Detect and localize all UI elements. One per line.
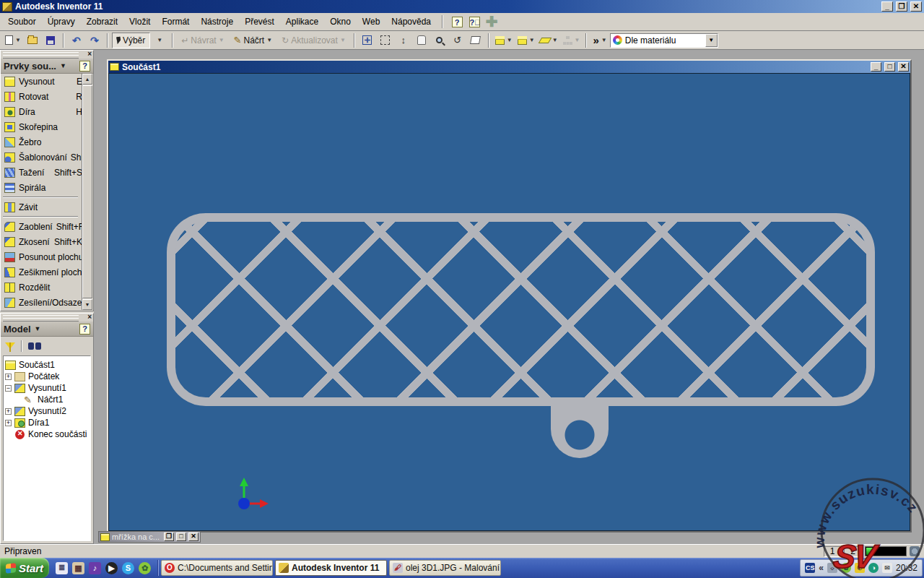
new-dropdown-caret[interactable]: ▼ (15, 37, 21, 43)
scroll-down-icon[interactable]: ▼ (82, 299, 92, 310)
grille-mounting-tab[interactable] (551, 400, 609, 458)
zoom-button[interactable]: ↕ (395, 33, 412, 48)
media-shortcut-icon[interactable]: ♪ (89, 562, 101, 574)
shaded-display-button[interactable]: ▼ (493, 33, 515, 48)
minimized-maximize-button[interactable] (176, 532, 186, 541)
features-scrollbar[interactable]: ▲ ▼ (82, 74, 92, 310)
collapse-icon[interactable]: − (5, 385, 12, 392)
features-panel-help-icon[interactable]: ? (79, 61, 90, 72)
phone-tray-icon[interactable]: ✆ (855, 563, 865, 573)
model-panel-grip[interactable]: × (1, 314, 93, 322)
start-button[interactable]: Start (0, 558, 49, 578)
feature-zavit[interactable]: Závit (1, 199, 84, 215)
minimize-button[interactable] (881, 1, 893, 12)
help-button[interactable]: ? (449, 14, 465, 29)
ground-shadow-button[interactable]: ▼ (538, 33, 560, 48)
expand-icon[interactable]: + (5, 420, 12, 426)
model-panel-caret-icon[interactable]: ▼ (35, 325, 41, 332)
redo-button[interactable]: ↷ (86, 33, 103, 48)
feature-tazeni[interactable]: TaženíShift+S (1, 165, 84, 180)
new-button[interactable]: ▼ (3, 33, 23, 48)
icq-flower-icon[interactable]: ✿ (139, 562, 151, 574)
tree-item-dira1[interactable]: +Díra1 (5, 417, 89, 428)
task-opera-window[interactable]: O C:\Documents and Settin... (161, 560, 273, 576)
image-shortcut-icon[interactable]: ▦ (72, 562, 84, 574)
minimized-restore-button[interactable] (164, 532, 174, 541)
icq-tray-icon[interactable]: ✿ (841, 563, 851, 573)
plus-button[interactable]: ✚ (484, 14, 500, 29)
features-panel-caret-icon[interactable]: ▼ (60, 62, 66, 69)
document-maximize-button[interactable] (884, 62, 895, 72)
zoom-window-button[interactable] (377, 33, 394, 48)
menu-vlozit[interactable]: Vložit (124, 14, 155, 29)
zoom-all-button[interactable]: ✛ (359, 33, 376, 48)
minimized-close-button[interactable] (188, 532, 199, 541)
model-panel-close-icon[interactable]: × (87, 314, 92, 321)
save-button[interactable] (42, 33, 59, 48)
menu-okno[interactable]: Okno (325, 14, 356, 29)
mail-tray-icon[interactable]: ✉ (882, 563, 892, 573)
model-panel-header[interactable]: Model ▼ ? (1, 322, 93, 337)
find-icon[interactable] (28, 342, 41, 350)
tree-item-vysunuti2[interactable]: +Vysunutí2 (5, 405, 89, 417)
tree-item-vysunuti1[interactable]: −Vysunutí1 (5, 382, 89, 394)
minimized-document[interactable]: mřížka na c... (98, 531, 201, 543)
feature-rozdelit[interactable]: Rozdělit (1, 280, 84, 295)
expand-icon[interactable]: + (5, 374, 12, 380)
tree-item-soucast1[interactable]: Součást1 (5, 359, 89, 371)
network-tray-icon[interactable]: ⌔ (827, 563, 837, 573)
viewport-3d[interactable] (108, 73, 910, 531)
status-tray-icon[interactable]: ◑ (868, 563, 879, 573)
lattice-grille-part[interactable] (167, 213, 875, 406)
feature-dira[interactable]: DíraH (1, 104, 84, 119)
filter-icon[interactable] (5, 342, 15, 349)
select-dropdown[interactable]: ▼ (151, 33, 168, 48)
restore-button[interactable] (896, 1, 907, 12)
feature-zesileni[interactable]: Zesílení/Odsazení (1, 295, 84, 310)
menu-napoveda[interactable]: Nápověda (386, 14, 436, 29)
combobox-dropdown-caret[interactable]: ▼ (705, 34, 718, 47)
pan-button[interactable] (413, 33, 430, 48)
tree-item-pocatek[interactable]: +Počátek (5, 371, 89, 382)
task-autodesk-inventor[interactable]: Autodesk Inventor 11 (275, 560, 387, 576)
menu-web[interactable]: Web (357, 14, 385, 29)
fly-through-button[interactable]: »▼ (590, 33, 609, 48)
expand-icon[interactable]: + (5, 408, 12, 415)
model-panel-help-icon[interactable]: ? (79, 324, 90, 335)
open-button[interactable] (24, 33, 41, 48)
menu-aplikace[interactable]: Aplikace (281, 14, 323, 29)
scroll-up-icon[interactable]: ▲ (82, 74, 92, 85)
features-panel-close-icon[interactable]: × (87, 51, 92, 58)
menu-format[interactable]: Formát (157, 14, 194, 29)
feature-vysunout[interactable]: VysunoutE (1, 74, 84, 89)
feature-spirala[interactable]: Spirála (1, 180, 84, 195)
feature-skorepina[interactable]: Skořepina (1, 119, 84, 134)
features-panel-grip[interactable]: × (1, 51, 93, 59)
document-minimize-button[interactable] (871, 62, 881, 72)
player-shortcut-icon[interactable]: ▶ (105, 562, 118, 574)
menu-prevest[interactable]: Převést (240, 14, 279, 29)
look-at-button[interactable] (467, 33, 484, 48)
select-button[interactable]: Výběr (112, 33, 150, 48)
camera-view-button[interactable]: ▼ (515, 33, 537, 48)
skype-icon[interactable]: S (122, 562, 134, 574)
document-shortcut-icon[interactable]: ≣ (56, 562, 68, 574)
document-titlebar[interactable]: Součást1 (108, 61, 910, 73)
scrollbar-thumb[interactable] (82, 85, 92, 298)
sketch-button[interactable]: ✎Náčrt▼ (230, 33, 277, 48)
task-paint-window[interactable]: 🖌 olej 3D1.JPG - Malování (389, 560, 501, 576)
feature-zaobleni[interactable]: ZaobleníShift+F (1, 219, 84, 234)
menu-upravy[interactable]: Úpravy (43, 14, 80, 29)
menu-zobrazit[interactable]: Zobrazit (82, 14, 123, 29)
menu-soubor[interactable]: Soubor (3, 14, 41, 29)
document-close-button[interactable] (898, 62, 909, 72)
feature-rotovat[interactable]: RotovatR (1, 89, 84, 104)
close-button[interactable] (910, 1, 922, 12)
feature-posunout-plochu[interactable]: Posunout plochu (1, 249, 84, 264)
feature-sablonovani[interactable]: ŠablonováníShi (1, 150, 84, 165)
tree-item-konec-soucasti[interactable]: Konec součásti (5, 428, 89, 440)
context-help-button[interactable]: ?⃞ (466, 14, 482, 29)
zoom-selected-button[interactable] (431, 33, 448, 48)
feature-zebro[interactable]: Žebro (1, 134, 84, 150)
feature-zkoseni[interactable]: ZkoseníShift+K (1, 234, 84, 249)
